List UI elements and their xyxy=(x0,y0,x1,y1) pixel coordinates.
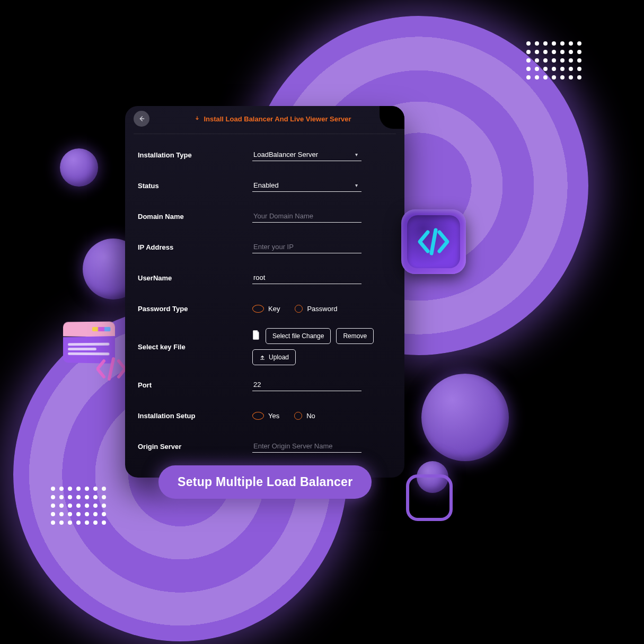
origin-server-label: Origin Server xyxy=(138,443,252,451)
ip-address-label: IP Address xyxy=(138,243,252,251)
origin-server-input[interactable] xyxy=(252,440,361,453)
username-label: UserName xyxy=(138,274,252,282)
bg-sphere xyxy=(60,148,98,187)
installation-setup-no-radio[interactable]: No xyxy=(294,412,315,420)
password-type-radio-group: Key Password xyxy=(252,305,392,313)
select-file-change-button[interactable]: Select file Change xyxy=(266,328,331,344)
port-label: Port xyxy=(138,381,252,389)
radio-selected-icon xyxy=(252,412,264,420)
select-key-file-label: Select key File xyxy=(138,343,252,351)
radio-label: Key xyxy=(268,305,280,313)
caption-pill: Setup Multiple Load Balancer xyxy=(158,465,372,499)
password-type-key-radio[interactable]: Key xyxy=(252,305,280,313)
remove-file-button[interactable]: Remove xyxy=(336,328,374,344)
radio-label: Password xyxy=(307,305,337,313)
radio-label: Yes xyxy=(268,412,279,420)
file-icon xyxy=(252,330,260,342)
status-select[interactable]: Enabled xyxy=(252,179,361,192)
install-form: Installation Type LoadBalancer Server ▾ … xyxy=(125,134,404,462)
domain-name-label: Domain Name xyxy=(138,213,252,220)
button-label: Select file Change xyxy=(272,332,324,340)
domain-name-input[interactable] xyxy=(252,210,361,223)
username-input[interactable] xyxy=(252,271,361,284)
dot-grid-icon xyxy=(526,41,581,80)
panel-notch xyxy=(380,106,404,129)
button-label: Remove xyxy=(343,332,367,340)
password-type-password-radio[interactable]: Password xyxy=(295,305,337,313)
installation-type-label: Installation Type xyxy=(138,151,252,159)
caption-text: Setup Multiple Load Balancer xyxy=(178,475,352,489)
radio-unselected-icon xyxy=(295,305,303,313)
port-input[interactable] xyxy=(252,378,361,391)
panel-title-text: Install Load Balancer And Live Viewer Se… xyxy=(204,115,351,123)
installation-setup-radio-group: Yes No xyxy=(252,412,392,420)
code-icon xyxy=(414,223,453,261)
ip-address-input[interactable] xyxy=(252,241,361,253)
browser-card-decoration xyxy=(61,322,124,380)
installation-type-select[interactable]: LoadBalancer Server xyxy=(252,148,361,161)
installation-setup-yes-radio[interactable]: Yes xyxy=(252,412,279,420)
upload-file-button[interactable]: Upload xyxy=(252,349,296,365)
code-icon xyxy=(96,356,126,382)
password-type-label: Password Type xyxy=(138,305,252,313)
download-icon xyxy=(194,116,200,122)
back-button[interactable] xyxy=(134,111,149,127)
panel-title: Install Load Balancer And Live Viewer Se… xyxy=(149,115,396,123)
status-label: Status xyxy=(138,182,252,190)
install-panel: Install Load Balancer And Live Viewer Se… xyxy=(125,106,404,478)
arrow-left-icon xyxy=(137,114,146,123)
code-badge xyxy=(401,209,466,274)
rounded-square-icon xyxy=(406,474,453,521)
button-label: Upload xyxy=(269,354,289,361)
bg-sphere xyxy=(421,374,509,461)
radio-selected-icon xyxy=(252,305,264,313)
installation-setup-label: Installation Setup xyxy=(138,412,252,420)
dot-grid-icon xyxy=(51,487,106,525)
upload-icon xyxy=(259,354,266,360)
radio-unselected-icon xyxy=(294,412,302,420)
radio-label: No xyxy=(306,412,315,420)
